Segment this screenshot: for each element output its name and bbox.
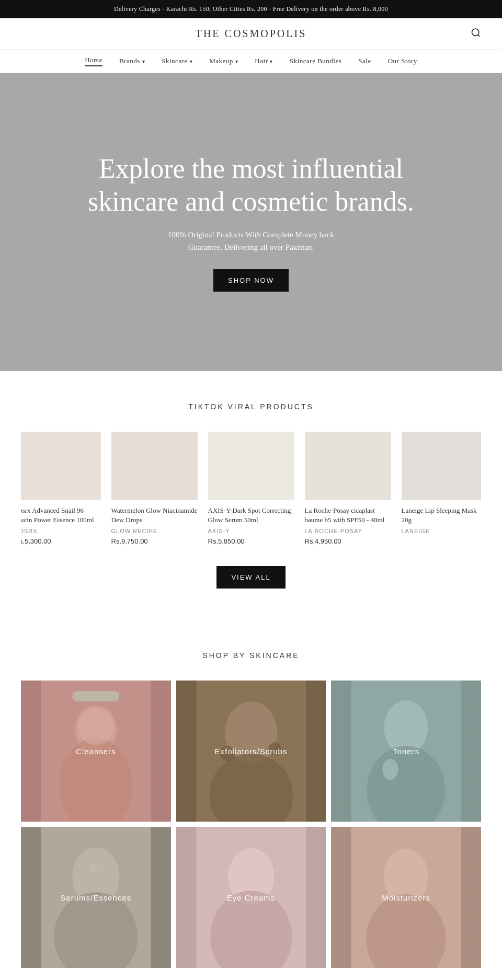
skincare-category-toners[interactable]: Toners <box>331 681 481 822</box>
shop-now-button[interactable]: SHOP NOW <box>213 269 289 292</box>
header: THE COSMOPOLIS <box>0 18 502 50</box>
category-bg: Exfoliators/Scrubs <box>176 681 326 822</box>
nav-our-story[interactable]: Our Story <box>388 57 417 65</box>
product-card[interactable]: AXIS-Y-Dark Spot Correcting Glow Serum 5… <box>208 432 294 545</box>
svg-rect-6 <box>72 691 119 701</box>
svg-point-5 <box>77 708 114 745</box>
chevron-down-icon: ▾ <box>190 59 193 64</box>
product-image <box>208 432 294 500</box>
category-bg: Toners <box>331 681 481 822</box>
category-label: Eye Creams <box>227 893 276 902</box>
main-nav: Home Brands ▾ Skincare ▾ Makeup ▾ Hair ▾… <box>0 50 502 73</box>
category-label: Cleansers <box>76 747 116 756</box>
product-name: Watermelon Glow Niacinamide Dew Drops <box>111 506 198 525</box>
nav-hair[interactable]: Hair ▾ <box>255 57 273 65</box>
category-label: Moisturizers <box>382 893 430 902</box>
product-image <box>305 432 391 500</box>
view-all-button[interactable]: VIEW ALL <box>216 566 285 589</box>
site-logo[interactable]: THE COSMOPOLIS <box>196 28 307 40</box>
product-card[interactable]: Watermelon Glow Niacinamide Dew Drops GL… <box>111 432 198 545</box>
product-name: La Roche-Posay cicaplast baume b5 with S… <box>305 506 391 525</box>
chevron-down-icon: ▾ <box>235 59 238 64</box>
product-image <box>402 432 482 500</box>
product-price: Rs.4,950.00 <box>305 537 391 545</box>
hero-title: Explore the most influential skincare an… <box>68 153 434 218</box>
nav-skincare-bundles[interactable]: Skincare Bundles <box>290 57 341 65</box>
category-bg: Serums/Essences <box>21 827 171 968</box>
skincare-section-title: SHOP BY SKINCARE <box>21 651 481 660</box>
product-image <box>21 432 101 500</box>
chevron-down-icon: ▾ <box>270 59 273 64</box>
category-label: Toners <box>393 747 419 756</box>
skincare-category-moisturizers[interactable]: Moisturizers <box>331 827 481 968</box>
banner-text: Delivery Charges - Karachi Rs. 150; Othe… <box>114 5 388 13</box>
svg-point-0 <box>472 29 479 36</box>
product-brand: LANEIGE <box>402 528 482 534</box>
product-brand: AXIS-Y <box>208 528 294 534</box>
product-price: Rs.5,300.00 <box>21 537 101 545</box>
product-name: Laneige Lip Sleeping Mask 20g <box>402 506 482 525</box>
skincare-section: SHOP BY SKINCARE Cleansers <box>0 620 502 980</box>
tiktok-section-title: TIKTOK VIRAL PRODUCTS <box>21 402 481 411</box>
skincare-category-exfoliators[interactable]: Exfoliators/Scrubs <box>176 681 326 822</box>
product-brand: COSRX <box>21 528 101 534</box>
svg-point-19 <box>89 864 97 873</box>
product-name: Cosrx Advanced Snail 96 Mucin Power Esse… <box>21 506 101 525</box>
product-image <box>111 432 198 500</box>
hero-subtitle: 100% Original Products With Complete Mon… <box>168 228 334 253</box>
category-bg: Moisturizers <box>331 827 481 968</box>
svg-line-1 <box>478 34 480 37</box>
products-grid: Cosrx Advanced Snail 96 Mucin Power Esse… <box>21 432 481 545</box>
product-name: AXIS-Y-Dark Spot Correcting Glow Serum 5… <box>208 506 294 525</box>
nav-skincare[interactable]: Skincare ▾ <box>162 57 192 65</box>
nav-sale[interactable]: Sale <box>358 57 371 65</box>
product-brand: LA ROCHE-POSAY <box>305 528 391 534</box>
skincare-category-serums[interactable]: Serums/Essences <box>21 827 171 968</box>
product-card[interactable]: La Roche-Posay cicaplast baume b5 with S… <box>305 432 391 545</box>
product-price: Rs.5,850.00 <box>208 537 294 545</box>
nav-home[interactable]: Home <box>85 56 102 66</box>
skincare-category-eyecreams[interactable]: Eye Creams <box>176 827 326 968</box>
category-label: Serums/Essences <box>60 893 131 902</box>
category-bg: Eye Creams <box>176 827 326 968</box>
skincare-grid: Cleansers Exfoliators/Scrubs <box>21 681 481 968</box>
hero-section: Explore the most influential skincare an… <box>0 73 502 371</box>
search-icon[interactable] <box>471 27 481 40</box>
category-label: Exfoliators/Scrubs <box>215 747 288 756</box>
svg-point-15 <box>383 759 398 780</box>
nav-brands[interactable]: Brands ▾ <box>119 57 145 65</box>
product-brand: GLOW RECIPE <box>111 528 198 534</box>
product-card[interactable]: Laneige Lip Sleeping Mask 20g LANEIGE <box>402 432 482 545</box>
product-card[interactable]: Cosrx Advanced Snail 96 Mucin Power Esse… <box>21 432 101 545</box>
nav-makeup[interactable]: Makeup ▾ <box>209 57 238 65</box>
category-bg: Cleansers <box>21 681 171 822</box>
product-price: Rs.9,750.00 <box>111 537 198 545</box>
top-banner: Delivery Charges - Karachi Rs. 150; Othe… <box>0 0 502 18</box>
tiktok-section: TIKTOK VIRAL PRODUCTS Cosrx Advanced Sna… <box>0 371 502 620</box>
skincare-category-cleansers[interactable]: Cleansers <box>21 681 171 822</box>
chevron-down-icon: ▾ <box>142 59 145 64</box>
